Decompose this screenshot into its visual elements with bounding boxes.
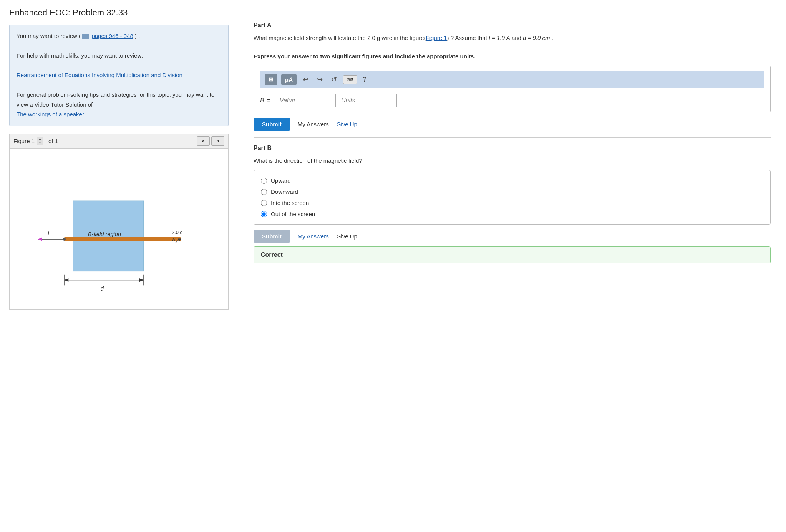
value-input[interactable]	[274, 94, 335, 107]
help-icon[interactable]: ?	[363, 76, 366, 84]
matrix-button[interactable]: ⊞	[265, 74, 277, 85]
spinner-down[interactable]: ▼	[37, 141, 43, 145]
page-title: Enhanced EOC: Problem 32.33	[9, 8, 229, 18]
keyboard-button[interactable]: ⌨	[343, 75, 357, 84]
svg-marker-10	[64, 278, 68, 281]
mu-button[interactable]: μÅ	[281, 74, 297, 85]
prev-button[interactable]: <	[197, 136, 210, 146]
figure1-link[interactable]: Figure 1	[426, 35, 447, 41]
undo-button[interactable]: ↩	[300, 74, 311, 85]
refresh-button[interactable]: ↺	[329, 74, 339, 85]
part-b-question: What is the direction of the magnetic fi…	[254, 156, 771, 165]
radio-group: Upward Downward Into the screen Out of t…	[254, 170, 771, 225]
option-into-screen: Into the screen	[261, 197, 763, 208]
next-button[interactable]: >	[211, 136, 224, 146]
option-upward: Upward	[261, 175, 763, 186]
option-downward-label: Downward	[271, 188, 298, 195]
part-b-submit-row: Submit My Answers Give Up	[254, 230, 771, 243]
toolbar: ⊞ μÅ ↩ ↪ ↺ ⌨ ?	[260, 71, 764, 88]
b-field-label: B-field region	[88, 231, 121, 237]
svg-marker-5	[38, 237, 42, 241]
correct-box: Correct	[254, 246, 771, 263]
nav-buttons: < >	[197, 136, 224, 146]
submit-a-button[interactable]: Submit	[254, 118, 290, 131]
svg-marker-11	[139, 278, 144, 281]
review-box: You may want to review ( pages 946 - 948…	[9, 25, 229, 126]
option-into-screen-label: Into the screen	[271, 200, 309, 206]
my-answers-b-link[interactable]: My Answers	[298, 233, 329, 240]
radio-upward[interactable]	[261, 178, 267, 184]
option-downward: Downward	[261, 186, 763, 197]
of-text: of 1	[48, 138, 58, 144]
part-a-submit-row: Submit My Answers Give Up	[254, 118, 771, 131]
radio-into-screen[interactable]	[261, 200, 267, 206]
figure-area: B-field region 2.0 g wire I d	[9, 149, 229, 310]
figure-nav: Figure 1 ▲ ▼ of 1 < >	[9, 134, 229, 149]
wire-label: 2.0 g	[172, 230, 183, 235]
units-input[interactable]	[335, 94, 397, 107]
svg-point-6	[63, 238, 66, 240]
submit-b-button[interactable]: Submit	[254, 230, 290, 243]
current-label: I	[48, 230, 49, 236]
math-skills-text: For help with math skills, you may want …	[17, 51, 221, 61]
give-up-a-link[interactable]: Give Up	[337, 121, 357, 127]
distance-label: d	[101, 286, 104, 292]
part-a-emphasis: Express your answer to two significant f…	[254, 53, 476, 59]
figure-spinner[interactable]: ▲ ▼	[37, 137, 45, 145]
option-out-of-screen-label: Out of the screen	[271, 211, 315, 217]
book-icon	[82, 34, 89, 39]
math-link[interactable]: Rearrangement of Equations Involving Mul…	[17, 72, 182, 78]
spinner-up[interactable]: ▲	[37, 137, 43, 141]
top-divider	[254, 15, 771, 15]
part-a-answer-box: ⊞ μÅ ↩ ↪ ↺ ⌨ ? B =	[254, 66, 771, 112]
figure-selector: Figure 1 ▲ ▼ of 1	[13, 137, 60, 145]
left-panel: Enhanced EOC: Problem 32.33 You may want…	[0, 0, 238, 532]
redo-button[interactable]: ↪	[315, 74, 325, 85]
right-panel: Part A What magnetic field strength will…	[238, 0, 786, 532]
radio-downward[interactable]	[261, 189, 267, 195]
give-up-b-label: Give Up	[337, 233, 357, 240]
general-tips-text: For general problem-solving tips and str…	[17, 90, 221, 119]
input-row: B =	[260, 94, 764, 107]
middle-divider	[254, 137, 771, 138]
option-upward-label: Upward	[271, 177, 291, 184]
video-link[interactable]: The workings of a speaker	[17, 111, 84, 117]
figure-label: Figure 1	[13, 138, 35, 144]
figure-diagram: B-field region 2.0 g wire I d	[10, 149, 228, 309]
part-a-question: What magnetic field strength will levita…	[254, 33, 771, 61]
review-intro-text: You may want to review ( pages 946 - 948…	[17, 31, 221, 41]
svg-rect-1	[64, 237, 181, 241]
option-out-of-screen: Out of the screen	[261, 208, 763, 220]
correct-label: Correct	[261, 251, 283, 258]
radio-out-of-screen[interactable]	[261, 211, 267, 217]
part-b-label: Part B	[254, 145, 771, 152]
input-label: B =	[260, 97, 270, 104]
my-answers-a-label: My Answers	[298, 121, 329, 127]
review-pages-link[interactable]: pages 946 - 948	[91, 33, 133, 39]
part-a-label: Part A	[254, 22, 771, 29]
